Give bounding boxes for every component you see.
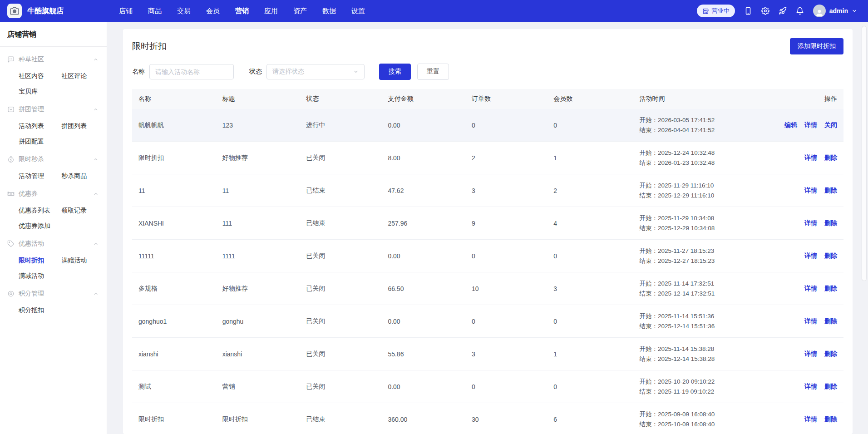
end-value: 2025-12-14 17:32:51: [658, 290, 715, 297]
sidebar-item-groupbuy-config[interactable]: 拼团配置: [19, 134, 61, 149]
column-header: 活动时间: [639, 95, 767, 103]
promo-icon: [7, 240, 15, 247]
bell-icon[interactable]: [796, 7, 804, 15]
chevron-up-icon[interactable]: [93, 291, 99, 296]
delete-link[interactable]: 删除: [824, 415, 837, 424]
detail-link[interactable]: 详情: [804, 317, 817, 326]
chevron-up-icon[interactable]: [93, 157, 99, 162]
nav-item-marketing[interactable]: 营销: [235, 7, 249, 15]
sidebar-item-community-comments[interactable]: 社区评论: [61, 69, 100, 84]
title-cell: 1111: [222, 252, 306, 260]
section-header-coupon[interactable]: 优惠券: [6, 184, 100, 203]
shop-icon: [702, 8, 709, 15]
reset-button[interactable]: 重置: [417, 64, 449, 80]
settings-gear-icon[interactable]: [761, 7, 769, 15]
user-menu[interactable]: admin: [813, 5, 857, 17]
main-content: 限时折扣 添加限时折扣 名称 状态 请选择状态 搜索 重置 名称标题状态支付金额…: [107, 22, 868, 434]
delete-link[interactable]: 删除: [824, 383, 837, 391]
end-label: 结束：: [639, 225, 658, 232]
scrollbar-thumb[interactable]: [862, 26, 866, 281]
delete-link[interactable]: 删除: [824, 219, 837, 227]
chevron-up-icon[interactable]: [93, 191, 99, 197]
status-select[interactable]: 请选择状态: [266, 64, 365, 79]
rocket-icon[interactable]: [779, 7, 787, 15]
section-header-promo[interactable]: 优惠活动: [6, 234, 100, 253]
sidebar-item-coupon-records[interactable]: 领取记录: [61, 203, 100, 218]
chevron-down-icon: [852, 8, 857, 14]
section-header-seckill[interactable]: 限时秒杀: [6, 149, 100, 168]
actions-cell: 详情删除: [767, 252, 837, 260]
brand[interactable]: 牛酷旗舰店: [7, 4, 101, 18]
detail-link[interactable]: 详情: [804, 219, 817, 227]
section-header-community[interactable]: 种草社区: [6, 49, 100, 69]
column-header: 会员数: [553, 95, 639, 103]
page-title: 限时折扣: [132, 40, 167, 52]
activity-time-cell: 开始：2025-11-14 17:32:51结束：2025-12-14 17:3…: [639, 279, 767, 299]
sidebar-item-seckill-goods[interactable]: 秒杀商品: [61, 168, 100, 184]
sidebar-item-coupon-add[interactable]: 优惠券添加: [19, 218, 61, 234]
delete-link[interactable]: 删除: [824, 187, 837, 195]
detail-link[interactable]: 详情: [804, 415, 817, 424]
sidebar-item-full-gift[interactable]: 满赠活动: [61, 253, 100, 268]
end-time: 结束：2025-12-14 15:38:28: [639, 354, 767, 364]
detail-link[interactable]: 详情: [804, 252, 817, 260]
chevron-up-icon[interactable]: [93, 107, 99, 112]
detail-link[interactable]: 详情: [804, 187, 817, 195]
sidebar-item-coupon-list[interactable]: 优惠券列表: [19, 203, 61, 218]
end-value: 2025-12-29 10:34:08: [658, 225, 715, 232]
nav-item-data[interactable]: 数据: [322, 7, 336, 15]
end-label: 结束：: [639, 323, 658, 330]
close-link[interactable]: 关闭: [824, 121, 837, 129]
start-time: 开始：2025-11-14 15:51:36: [639, 311, 767, 321]
search-button[interactable]: 搜索: [379, 64, 411, 80]
detail-link[interactable]: 详情: [804, 285, 817, 293]
mobile-icon[interactable]: [744, 7, 752, 15]
sidebar-item-groupbuy-activity-list[interactable]: 活动列表: [19, 118, 61, 134]
edit-link[interactable]: 编辑: [784, 121, 797, 129]
detail-link[interactable]: 详情: [804, 154, 817, 162]
activity-time-cell: 开始：2025-11-29 10:34:08结束：2025-12-29 10:3…: [639, 213, 767, 233]
sidebar-item-community-content[interactable]: 社区内容: [19, 69, 61, 84]
activity-time-cell: 开始：2025-11-14 15:38:28结束：2025-12-14 15:3…: [639, 344, 767, 364]
end-label: 结束：: [639, 388, 658, 395]
detail-link[interactable]: 详情: [804, 350, 817, 358]
nav-item-trade[interactable]: 交易: [177, 7, 191, 15]
detail-link[interactable]: 详情: [804, 383, 817, 391]
nav-item-apps[interactable]: 应用: [264, 7, 278, 15]
nav-item-goods[interactable]: 商品: [148, 7, 162, 15]
sidebar-item-seckill-activity[interactable]: 活动管理: [19, 168, 61, 184]
delete-link[interactable]: 删除: [824, 285, 837, 293]
name-cell: 多规格: [138, 285, 222, 293]
sidebar-item-points-deduction[interactable]: 积分抵扣: [19, 303, 61, 318]
sidebar-item-full-reduction[interactable]: 满减活动: [19, 268, 61, 284]
sidebar-section-coupon: 优惠券优惠券列表领取记录优惠券添加: [6, 184, 100, 234]
chevron-up-icon[interactable]: [93, 57, 99, 62]
title-cell: 好物推荐: [222, 154, 306, 162]
community-icon: [7, 56, 15, 63]
end-value: 2025-12-14 15:38:28: [658, 355, 715, 362]
delete-link[interactable]: 删除: [824, 252, 837, 260]
chevron-up-icon[interactable]: [93, 241, 99, 247]
nav-item-member[interactable]: 会员: [206, 7, 220, 15]
table-row: XIANSHI111已结束257.9694开始：2025-11-29 10:34…: [132, 207, 843, 240]
end-time: 结束：2025-12-29 11:16:10: [639, 191, 767, 201]
sidebar-title: 店铺营销: [0, 22, 107, 46]
members-cell: 4: [553, 220, 639, 227]
sidebar-item-time-discount[interactable]: 限时折扣: [19, 253, 61, 268]
sidebar-item-groupbuy-list[interactable]: 拼团列表: [61, 118, 100, 134]
section-header-groupbuy[interactable]: 拼团管理: [6, 99, 100, 118]
start-label: 开始：: [639, 247, 658, 254]
nav-item-shop[interactable]: 店铺: [119, 7, 133, 15]
store-status-pill[interactable]: 营业中: [697, 5, 735, 17]
nav-item-assets[interactable]: 资产: [293, 7, 307, 15]
end-time: 结束：2025-10-09 16:08:40: [639, 419, 767, 429]
delete-link[interactable]: 删除: [824, 154, 837, 162]
add-discount-button[interactable]: 添加限时折扣: [790, 38, 843, 54]
delete-link[interactable]: 删除: [824, 317, 837, 326]
sidebar-item-goods-library[interactable]: 宝贝库: [19, 84, 61, 99]
name-input[interactable]: [149, 64, 234, 79]
section-header-points[interactable]: 积分管理: [6, 284, 100, 303]
delete-link[interactable]: 删除: [824, 350, 837, 358]
detail-link[interactable]: 详情: [804, 121, 817, 129]
nav-item-settings[interactable]: 设置: [351, 7, 365, 15]
